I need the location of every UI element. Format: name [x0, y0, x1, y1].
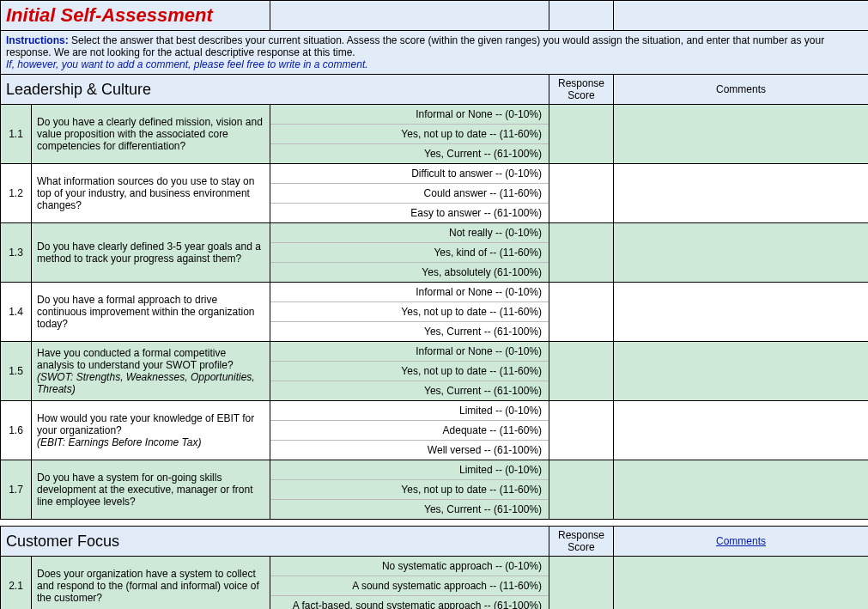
- answer-option: Informal or None -- (0-10%): [270, 283, 549, 302]
- response-score-cell[interactable]: [549, 342, 614, 401]
- answer-option: A fact-based, sound systematic approach …: [270, 596, 549, 609]
- comments-cell[interactable]: [614, 223, 869, 283]
- answer-option: Yes, Current -- (61-100%): [270, 144, 549, 163]
- answer-option: No systematic approach -- (0-10%): [270, 557, 549, 576]
- answer-option: Yes, not up to date -- (11-60%): [270, 480, 549, 500]
- question-text: Do you have a system for on-going skills…: [32, 460, 270, 520]
- response-score-header: Response Score: [549, 75, 614, 105]
- comments-cell[interactable]: [614, 557, 869, 610]
- question-text: Do you have a formal approach to drive c…: [32, 283, 270, 342]
- question-options: Limited -- (0-10%)Yes, not up to date --…: [270, 460, 549, 520]
- section-header: Customer Focus: [1, 527, 549, 557]
- title-blank-1: [270, 1, 549, 31]
- question-text: Have you conducted a formal competitive …: [32, 342, 270, 401]
- question-options: Informal or None -- (0-10%)Yes, not up t…: [270, 105, 549, 164]
- section-divider: [1, 520, 869, 527]
- page-title: Initial Self-Assessment: [1, 1, 270, 31]
- question-options: No systematic approach -- (0-10%)A sound…: [270, 557, 549, 610]
- comments-cell[interactable]: [614, 283, 869, 342]
- answer-option: Yes, not up to date -- (11-60%): [270, 302, 549, 322]
- question-options: Difficult to answer -- (0-10%)Could answ…: [270, 164, 549, 223]
- response-score-header: Response Score: [549, 527, 614, 557]
- section-header: Leadership & Culture: [1, 75, 549, 105]
- question-text: What information sources do you use to s…: [32, 164, 270, 223]
- title-blank-2: [549, 1, 614, 31]
- comments-cell[interactable]: [614, 460, 869, 520]
- answer-option: Yes, not up to date -- (11-60%): [270, 362, 549, 381]
- response-score-cell[interactable]: [549, 557, 614, 610]
- answer-option: Easy to answer -- (61-100%): [270, 204, 549, 222]
- question-text: Do you have a clearly defined mission, v…: [32, 105, 270, 164]
- answer-option: Yes, Current -- (61-100%): [270, 322, 549, 341]
- question-options: Informal or None -- (0-10%)Yes, not up t…: [270, 283, 549, 342]
- answer-option: Difficult to answer -- (0-10%): [270, 164, 549, 184]
- response-score-cell[interactable]: [549, 105, 614, 164]
- question-number: 1.4: [1, 283, 32, 342]
- answer-option: Yes, Current -- (61-100%): [270, 500, 549, 519]
- question-number: 1.7: [1, 460, 32, 520]
- comments-cell[interactable]: [614, 342, 869, 401]
- question-number: 1.1: [1, 105, 32, 164]
- comments-cell[interactable]: [614, 164, 869, 223]
- question-options: Not really -- (0-10%)Yes, kind of -- (11…: [270, 223, 549, 283]
- answer-option: Informal or None -- (0-10%): [270, 342, 549, 362]
- instructions: Instructions: Select the answer that bes…: [1, 31, 869, 75]
- response-score-cell[interactable]: [549, 401, 614, 460]
- answer-option: Yes, kind of -- (11-60%): [270, 243, 549, 263]
- answer-option: Well versed -- (61-100%): [270, 441, 549, 460]
- response-score-cell[interactable]: [549, 283, 614, 342]
- comments-cell[interactable]: [614, 105, 869, 164]
- question-text: Do you have clearly defined 3-5 year goa…: [32, 223, 270, 283]
- assessment-table: Initial Self-AssessmentInstructions: Sel…: [0, 0, 868, 609]
- question-text: Does your organization have a system to …: [32, 557, 270, 610]
- answer-option: Yes, absolutely (61-100%): [270, 263, 549, 282]
- answer-option: Yes, Current -- (61-100%): [270, 381, 549, 400]
- answer-option: Not really -- (0-10%): [270, 223, 549, 243]
- answer-option: Limited -- (0-10%): [270, 460, 549, 480]
- question-number: 1.3: [1, 223, 32, 283]
- question-text: How would you rate your knowledge of EBI…: [32, 401, 270, 460]
- response-score-cell[interactable]: [549, 460, 614, 520]
- question-options: Informal or None -- (0-10%)Yes, not up t…: [270, 342, 549, 401]
- answer-option: Adequate -- (11-60%): [270, 421, 549, 441]
- comments-header[interactable]: Comments: [614, 527, 869, 557]
- answer-option: Could answer -- (11-60%): [270, 184, 549, 204]
- question-number: 1.5: [1, 342, 32, 401]
- title-blank-3: [614, 1, 869, 31]
- answer-option: A sound systematic approach -- (11-60%): [270, 576, 549, 596]
- question-number: 1.2: [1, 164, 32, 223]
- question-number: 2.1: [1, 557, 32, 610]
- comments-cell[interactable]: [614, 401, 869, 460]
- question-number: 1.6: [1, 401, 32, 460]
- answer-option: Limited -- (0-10%): [270, 401, 549, 421]
- comments-header: Comments: [614, 75, 869, 105]
- response-score-cell[interactable]: [549, 223, 614, 283]
- answer-option: Yes, not up to date -- (11-60%): [270, 125, 549, 144]
- answer-option: Informal or None -- (0-10%): [270, 105, 549, 125]
- question-options: Limited -- (0-10%)Adequate -- (11-60%)We…: [270, 401, 549, 460]
- response-score-cell[interactable]: [549, 164, 614, 223]
